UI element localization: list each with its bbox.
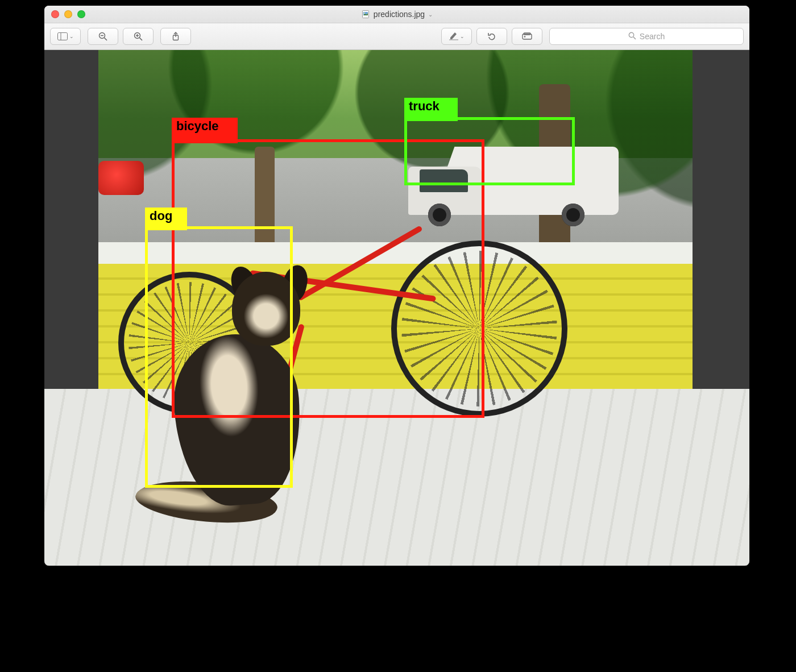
file-icon: [361, 10, 370, 19]
chevron-down-icon: ⌄: [460, 34, 465, 39]
detection-label-dog: dog: [145, 208, 187, 230]
fullscreen-button[interactable]: [77, 10, 85, 18]
window-titlebar: predictions.jpg ⌄: [44, 6, 749, 23]
svg-point-16: [524, 36, 525, 37]
share-button[interactable]: [160, 28, 191, 45]
highlight-button[interactable]: ⌄: [441, 28, 472, 45]
close-button[interactable]: [51, 10, 59, 18]
detection-box-truck: [404, 117, 575, 185]
zoom-out-button[interactable]: [88, 28, 118, 45]
image-viewer[interactable]: bicycletruckdog: [44, 50, 749, 566]
svg-line-19: [633, 37, 636, 39]
detection-label-bicycle: bicycle: [172, 118, 238, 143]
markup-button[interactable]: [512, 28, 542, 45]
svg-rect-0: [362, 11, 368, 18]
preview-window: predictions.jpg ⌄ ⌄: [44, 6, 749, 566]
search-placeholder: Search: [640, 32, 665, 41]
window-title: predictions.jpg ⌄: [44, 10, 749, 19]
detection-label-truck: truck: [404, 98, 458, 121]
svg-line-6: [105, 38, 107, 41]
detection-box-dog: [145, 226, 293, 488]
svg-rect-3: [57, 33, 67, 40]
minimize-button[interactable]: [64, 10, 72, 18]
svg-point-2: [364, 13, 365, 14]
sidebar-toggle-button[interactable]: ⌄: [50, 28, 81, 45]
window-title-text: predictions.jpg: [374, 10, 425, 19]
svg-rect-14: [449, 39, 458, 40]
search-icon: [628, 32, 636, 42]
chevron-down-icon[interactable]: ⌄: [428, 11, 433, 18]
svg-line-9: [140, 38, 143, 41]
window-controls: [44, 10, 85, 18]
toolbar: ⌄: [44, 23, 749, 50]
rotate-button[interactable]: [476, 28, 507, 45]
zoom-in-button[interactable]: [123, 28, 154, 45]
search-input[interactable]: Search: [549, 28, 744, 45]
predictions-image: bicycletruckdog: [44, 50, 749, 566]
svg-rect-1: [363, 12, 368, 15]
svg-point-18: [629, 32, 633, 37]
chevron-down-icon: ⌄: [69, 34, 74, 39]
